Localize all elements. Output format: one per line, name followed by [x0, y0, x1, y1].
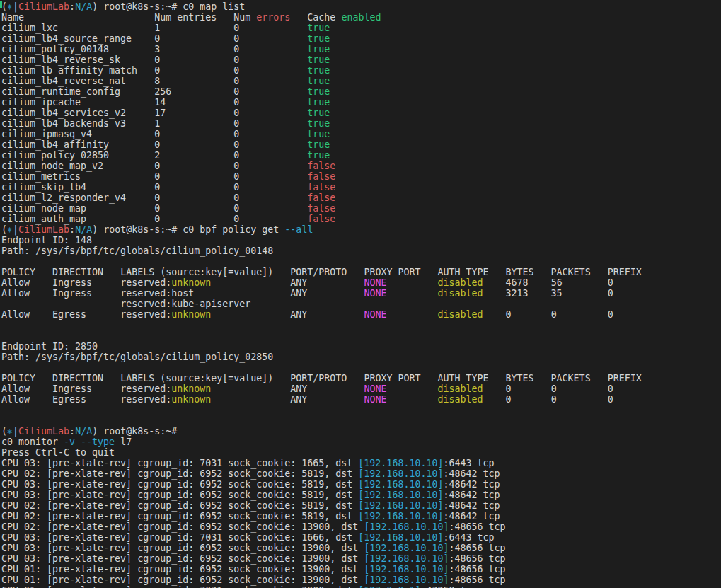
- dst-ip: [192.168.10.10]: [358, 458, 443, 468]
- num-entries: 17: [154, 108, 233, 118]
- map-row: cilium_runtime_config 256 0 true: [1, 86, 721, 97]
- text-segment: [386, 394, 437, 405]
- monitor-event: CPU 02: [pre-xlate-rev] cgroup_id: 6952 …: [1, 521, 721, 532]
- map-row: cilium_l2_responder_v4 0 0 false: [1, 192, 721, 203]
- num-errors: 0: [233, 86, 307, 97]
- text-segment: [75, 437, 81, 447]
- text-segment: |: [13, 224, 18, 235]
- monitor-event: CPU 03: [pre-xlate-rev] cgroup_id: 7031 …: [1, 458, 721, 468]
- terminal-window[interactable]: (⎈|CiliumLab:N/A) root@k8s-s:~# c0 map l…: [0, 0, 721, 588]
- dst-ip: [192.168.10.10]: [364, 521, 449, 532]
- cache-status: true: [307, 139, 330, 150]
- policy-verdict: Allow: [1, 277, 52, 288]
- map-name: cilium_runtime_config: [1, 86, 154, 97]
- label-key: unknown: [171, 394, 290, 405]
- port-proto: ANY: [290, 277, 364, 288]
- map-name: cilium_l2_responder_v4: [1, 192, 154, 203]
- map-name: cilium_node_map_v2: [1, 161, 154, 171]
- num-errors: 0: [233, 161, 307, 171]
- policy-verdict: Allow: [1, 288, 52, 299]
- prefix: 0: [608, 384, 613, 394]
- proxy-port: NONE: [364, 309, 386, 320]
- text-segment: (: [1, 1, 7, 12]
- event-text: CPU 03: [pre-xlate-rev] cgroup_id: 6952 …: [1, 490, 358, 500]
- kube-context: CiliumLab: [18, 224, 69, 235]
- prefix: 0: [608, 277, 613, 288]
- blank-line: [1, 330, 721, 341]
- col-bytes: BYTES: [506, 267, 551, 277]
- dst-ip: [192.168.10.10]: [364, 543, 449, 553]
- num-errors: 0: [233, 54, 307, 65]
- command-line: c0 monitor -v --type l7: [1, 437, 721, 447]
- text-segment: |: [13, 1, 18, 12]
- col-auth-type: AUTH TYPE: [437, 373, 505, 384]
- shell-prompt: ) root@k8s-s:~#: [92, 426, 177, 437]
- map-name: cilium_lb_affinity_match: [1, 65, 154, 76]
- map-row: cilium_node_map 0 0 false: [1, 203, 721, 214]
- endpoint-path-line: Path: /sys/fs/bpf/tc/globals/cilium_poli…: [1, 352, 721, 362]
- blank-line: [1, 362, 721, 373]
- packets: 35: [551, 288, 608, 299]
- direction: Ingress: [52, 288, 120, 299]
- command: c0 bpf policy get: [177, 224, 284, 235]
- text-segment: [483, 277, 506, 288]
- event-text: CPU 02: [pre-xlate-rev] cgroup_id: 6952 …: [1, 511, 358, 521]
- dst-ip: [192.168.10.10]: [358, 500, 443, 511]
- proxy-port: NONE: [364, 384, 386, 394]
- map-list-header: Name Num entries Num errors Cache enable…: [1, 12, 721, 23]
- cache-status: false: [307, 182, 335, 192]
- kube-namespace: N/A: [75, 426, 92, 437]
- num-entries: 0: [154, 33, 233, 44]
- prompt-line: (⎈|CiliumLab:N/A) root@k8s-s:~# c0 bpf p…: [1, 224, 721, 235]
- policy-row: Allow Egress reserved:unknown ANY NONE d…: [1, 394, 721, 405]
- num-entries: 0: [154, 214, 233, 224]
- dst-ip: [192.168.10.10]: [358, 479, 443, 490]
- kube-symbol-icon: ⎈: [7, 426, 13, 437]
- label-key: unknown: [171, 309, 290, 320]
- monitor-event: CPU 03: [pre-xlate-rev] cgroup_id: 6952 …: [1, 543, 721, 553]
- map-name: cilium_lb4_affinity: [1, 139, 154, 150]
- num-errors: 0: [233, 23, 307, 33]
- col-cache: Cache: [307, 12, 341, 23]
- text-segment: [1, 299, 120, 309]
- cache-status: true: [307, 86, 330, 97]
- dst-port: :48656 tcp: [449, 543, 505, 553]
- policy-header: POLICY DIRECTION LABELS (source:key[=val…: [1, 373, 721, 384]
- command: c0 map list: [177, 1, 245, 12]
- col-auth-type: AUTH TYPE: [437, 267, 505, 277]
- monitor-event: CPU 01: [pre-xlate-rev] cgroup_id: 6952 …: [1, 575, 721, 585]
- map-name: cilium_lb4_reverse_sk: [1, 54, 154, 65]
- monitor-status-line: Press Ctrl-C to quit: [1, 447, 721, 458]
- text-segment: :: [69, 426, 75, 437]
- map-name: cilium_skip_lb4: [1, 182, 154, 192]
- command-flag: --type: [81, 437, 115, 447]
- map-row: cilium_metrics 0 0 false: [1, 171, 721, 182]
- prompt-line: (⎈|CiliumLab:N/A) root@k8s-s:~# c0 map l…: [1, 1, 721, 12]
- map-name: cilium_ipcache: [1, 97, 154, 108]
- text-segment: [483, 309, 506, 320]
- policy-row: Allow Ingress reserved:unknown ANY NONE …: [1, 277, 721, 288]
- event-text: CPU 02: [pre-xlate-rev] cgroup_id: 6952 …: [1, 500, 358, 511]
- shell-prompt: ) root@k8s-s:~#: [92, 224, 177, 235]
- dst-port: :48642 tcp: [443, 479, 500, 490]
- map-name: cilium_policy_02850: [1, 150, 154, 161]
- num-entries: 0: [154, 203, 233, 214]
- auth-type: disabled: [438, 394, 483, 405]
- num-errors: 0: [233, 97, 307, 108]
- text-segment: [483, 384, 506, 394]
- dst-ip: [192.168.10.10]: [358, 490, 443, 500]
- policy-row: Allow Egress reserved:unknown ANY NONE d…: [1, 309, 721, 320]
- num-entries: 0: [154, 129, 233, 139]
- direction: Ingress: [52, 277, 120, 288]
- col-num-errors: Num: [233, 12, 256, 23]
- num-errors: 0: [233, 171, 307, 182]
- map-name: cilium_auth_map: [1, 214, 154, 224]
- direction: Egress: [52, 309, 120, 320]
- map-row: cilium_auth_map 0 0 false: [1, 214, 721, 224]
- dst-ip: [192.168.10.10]: [364, 575, 449, 585]
- auth-type: disabled: [437, 288, 483, 299]
- num-errors: 0: [233, 129, 307, 139]
- num-errors: 0: [233, 65, 307, 76]
- cache-status: false: [307, 214, 335, 224]
- cache-status: false: [307, 171, 335, 182]
